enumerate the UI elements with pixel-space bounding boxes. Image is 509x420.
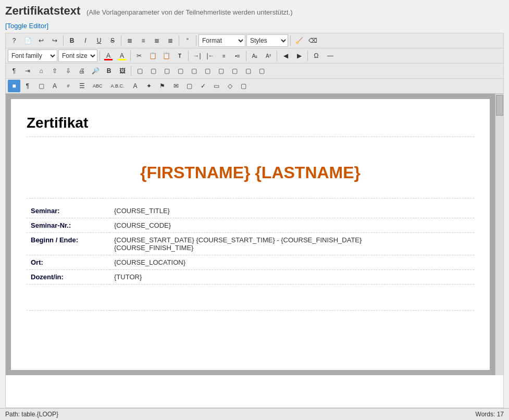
table-row: Dozent/in: {TUTOR}: [27, 270, 474, 285]
toggle-view-button[interactable]: ■: [8, 80, 20, 92]
table-row: Ort: {COURSE_LOCATION}: [27, 255, 474, 270]
word-count: Words: 17: [476, 411, 504, 418]
certificate-table: Seminar: {COURSE_TITLE} Seminar-Nr.: {CO…: [27, 204, 474, 311]
highlight-button[interactable]: A: [116, 50, 128, 62]
image-button[interactable]: 🖼: [116, 65, 129, 77]
font-size-select[interactable]: Font size: [58, 50, 97, 62]
certificate-title: Zertifikat: [27, 109, 474, 137]
tb3-b2[interactable]: ▢: [147, 65, 159, 77]
tb3-b5[interactable]: ▢: [188, 65, 200, 77]
tab-button[interactable]: ⇥: [21, 65, 34, 77]
separator-1: [63, 35, 64, 46]
outdent-button[interactable]: |←: [204, 50, 217, 62]
tb4-b2[interactable]: A: [48, 80, 61, 92]
format-painter-button[interactable]: B: [103, 65, 115, 77]
toolbar-row-2: Font family Font size A A ✂ 📋 📋 T →|: [6, 48, 503, 64]
tb4-b4[interactable]: ☰: [76, 80, 88, 92]
name-placeholder-row: {FIRSTNAME} {LASTNAME}: [27, 147, 474, 199]
separator-7: [130, 51, 131, 61]
separator-10: [277, 51, 277, 61]
insert-row-after-button[interactable]: ⇩: [62, 65, 75, 77]
align-left-button[interactable]: ≣: [123, 34, 136, 47]
hr-button[interactable]: —: [324, 50, 337, 62]
bold-button[interactable]: B: [66, 34, 78, 47]
undo-button[interactable]: ↩: [35, 34, 47, 47]
ltr-button[interactable]: ◀: [279, 50, 292, 62]
font-family-select[interactable]: Font family: [8, 50, 57, 62]
redo-button[interactable]: ↪: [48, 34, 61, 47]
font-color-button[interactable]: A: [102, 50, 115, 62]
indent-button[interactable]: →|: [191, 50, 203, 62]
tb3-b1[interactable]: ▢: [133, 65, 146, 77]
separator-11: [307, 51, 308, 61]
dozent-label: Dozent/in:: [27, 270, 110, 285]
toggle-editor-link[interactable]: [Toggle Editor]: [5, 22, 48, 30]
table-button[interactable]: ⌂: [35, 65, 47, 77]
tb4-b3[interactable]: #: [62, 80, 75, 92]
tb3-b4[interactable]: ▢: [174, 65, 187, 77]
tb4-b1[interactable]: ▢: [35, 80, 47, 92]
name-placeholder: {FIRSTNAME} {LASTNAME}: [140, 163, 361, 182]
tb3-b10[interactable]: ▢: [255, 65, 268, 77]
italic-button[interactable]: I: [79, 34, 92, 47]
paste-button[interactable]: 📋: [160, 50, 172, 62]
find-button[interactable]: 🔎: [89, 65, 102, 77]
blockquote-button[interactable]: “: [181, 34, 194, 47]
special-chars-button[interactable]: Ω: [310, 50, 322, 62]
clear-formatting-button[interactable]: 🧹: [293, 34, 305, 47]
align-center-button[interactable]: ≡: [137, 34, 150, 47]
tb4-b14[interactable]: ◇: [224, 80, 237, 92]
editor-scroll-area[interactable]: Zertifikat {FIRSTNAME} {LASTNAME} Semina…: [6, 94, 495, 375]
scrollbar-thumb[interactable]: [496, 95, 503, 116]
strikethrough-button[interactable]: S: [106, 34, 119, 47]
copy-button[interactable]: 📋: [146, 50, 159, 62]
seminar-value: {COURSE_TITLE}: [110, 204, 474, 218]
ort-value: {COURSE_LOCATION}: [110, 255, 474, 270]
underline-button[interactable]: U: [93, 34, 105, 47]
justify-button[interactable]: ≣: [164, 34, 177, 47]
tb3-b7[interactable]: ▢: [215, 65, 227, 77]
separator-8: [188, 51, 189, 61]
editor-page[interactable]: Zertifikat {FIRSTNAME} {LASTNAME} Semina…: [11, 99, 490, 370]
tb4-b15[interactable]: ▢: [238, 80, 250, 92]
print-button[interactable]: 🖨: [76, 65, 88, 77]
separator-3: [179, 35, 179, 46]
ordered-list-button[interactable]: ≡: [218, 50, 230, 62]
styles-select[interactable]: Styles: [246, 34, 288, 47]
tb4-b7[interactable]: A: [129, 80, 142, 92]
tb4-b6[interactable]: A.B.C.: [107, 80, 128, 92]
show-blocks-button[interactable]: ¶: [21, 80, 34, 92]
separator-12: [131, 66, 131, 76]
help-button[interactable]: ?: [8, 34, 20, 47]
pilcrow-button[interactable]: ¶: [8, 65, 20, 77]
tb4-b8[interactable]: ✦: [143, 80, 155, 92]
unordered-list-button[interactable]: •≡: [231, 50, 244, 62]
paste-text-button[interactable]: T: [173, 50, 186, 62]
subscript-button[interactable]: A₂: [249, 50, 261, 62]
insert-row-before-button[interactable]: ⇧: [48, 65, 61, 77]
eraser-button[interactable]: ⌫: [306, 34, 319, 47]
new-doc-button[interactable]: 📄: [21, 34, 34, 47]
tb4-b10[interactable]: ✉: [170, 80, 182, 92]
tb3-b8[interactable]: ▢: [228, 65, 241, 77]
page-subtitle: (Alle Vorlagenparameter von der Teilnehm…: [86, 8, 293, 16]
rtl-button[interactable]: ▶: [293, 50, 305, 62]
page-title: Zertifikatstext: [5, 4, 80, 17]
tb4-b12[interactable]: ✓: [197, 80, 209, 92]
tb3-b6[interactable]: ▢: [201, 65, 214, 77]
cut-button[interactable]: ✂: [133, 50, 145, 62]
align-right-button[interactable]: ≣: [151, 34, 163, 47]
tb3-b9[interactable]: ▢: [242, 65, 254, 77]
table-row: Seminar: {COURSE_TITLE}: [27, 204, 474, 218]
empty-row: [27, 285, 474, 311]
dozent-value: {TUTOR}: [110, 270, 474, 285]
superscript-button[interactable]: A²: [262, 50, 275, 62]
tb3-b3[interactable]: ▢: [160, 65, 173, 77]
editor-scrollbar[interactable]: [495, 94, 503, 375]
tb4-b9[interactable]: ⚑: [156, 80, 169, 92]
tb4-b5[interactable]: ABC: [89, 80, 106, 92]
beginn-ende-label: Beginn / Ende:: [27, 233, 110, 255]
tb4-b13[interactable]: ▭: [210, 80, 223, 92]
tb4-b11[interactable]: ▢: [183, 80, 196, 92]
format-select[interactable]: Format: [198, 34, 245, 47]
